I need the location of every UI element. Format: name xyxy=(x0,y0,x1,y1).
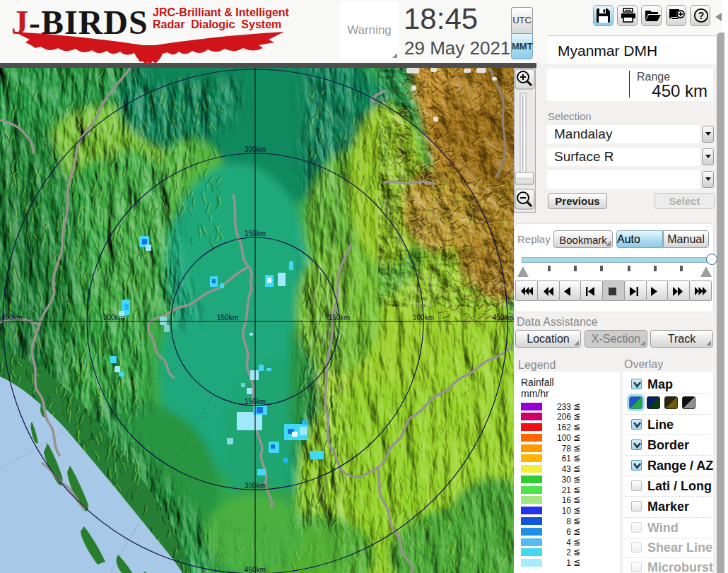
svg-text:450km: 450km xyxy=(493,314,514,321)
svg-text:300km: 300km xyxy=(245,482,266,490)
svg-text:300km: 300km xyxy=(103,314,124,321)
svg-text:?: ? xyxy=(698,10,705,21)
svg-text:150km: 150km xyxy=(329,314,350,321)
svg-text:450km: 450km xyxy=(245,566,266,573)
svg-text:300km: 300km xyxy=(245,146,266,153)
svg-text:150km: 150km xyxy=(217,314,238,321)
svg-text:150km: 150km xyxy=(245,230,266,237)
svg-text:150km: 150km xyxy=(245,398,266,406)
svg-text:450km: 450km xyxy=(1,314,23,321)
svg-text:300km: 300km xyxy=(413,314,434,321)
